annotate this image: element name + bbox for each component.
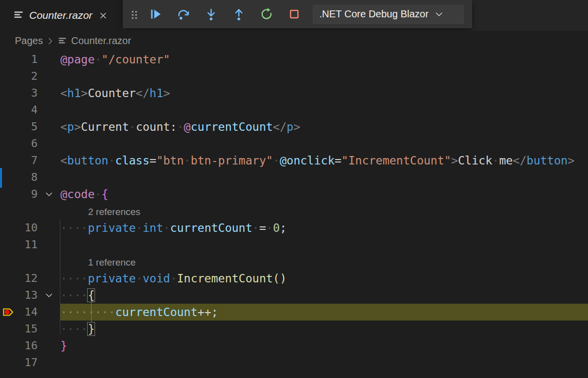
line-number: 3 (22, 85, 38, 102)
code-line-6: 6 (0, 135, 588, 152)
glyph-margin[interactable] (0, 219, 22, 236)
fold-chevron-icon[interactable] (38, 287, 60, 304)
line-number: 2 (22, 68, 38, 85)
fold-column (38, 102, 60, 118)
glyph-margin (0, 203, 22, 219)
line-number: 11 (22, 236, 38, 253)
code-text[interactable]: ····{ (60, 287, 588, 304)
code-line-12: 12····private·void·IncrementCount() (0, 270, 588, 287)
restart-icon (259, 7, 274, 21)
step-over-button[interactable] (172, 3, 195, 26)
line-number: 4 (22, 102, 38, 118)
debug-toolbar: .NET Core Debug Blazor (123, 0, 472, 28)
line-number: 5 (22, 118, 38, 135)
step-out-icon (232, 7, 246, 21)
code-line-9: 9@code·{ (0, 186, 588, 203)
code-line-13: 13····{ (0, 287, 588, 304)
code-text[interactable]: @page·"/counter" (60, 51, 588, 68)
code-text[interactable]: <button·class="btn·btn-primary"·@onclick… (60, 152, 588, 169)
breakpoint-stopped-icon[interactable] (0, 304, 22, 321)
stop-button[interactable] (283, 3, 305, 26)
codelens-label[interactable]: 2 references (60, 203, 588, 219)
code-text[interactable]: <h1>Counter</h1> (60, 85, 588, 102)
line-number: 7 (22, 152, 38, 169)
code-line-14: 14········currentCount++; (0, 304, 588, 321)
breadcrumb-folder[interactable]: Pages (15, 35, 43, 47)
tab-counter-razor[interactable]: Counter.razor (0, 0, 123, 31)
code-text[interactable] (60, 102, 588, 118)
glyph-margin[interactable] (0, 68, 22, 85)
code-text[interactable] (60, 135, 588, 152)
code-text[interactable] (60, 68, 588, 85)
code-text[interactable] (60, 169, 588, 186)
code-line-5: 5<p>Current·count:·@currentCount</p> (0, 118, 588, 135)
fold-column (38, 169, 60, 186)
chevron-down-icon (434, 9, 444, 20)
fold-column (38, 118, 60, 135)
breadcrumb: Pages Counter.razor (0, 31, 588, 51)
step-out-button[interactable] (227, 3, 250, 26)
code-text[interactable]: ····private·void·IncrementCount() (60, 270, 588, 287)
continue-button[interactable] (144, 3, 167, 26)
code-line-17: 17 (0, 354, 588, 371)
glyph-margin[interactable] (0, 51, 22, 68)
restart-button[interactable] (255, 3, 278, 26)
drag-handle-gripper-icon[interactable] (127, 3, 142, 26)
code-text[interactable]: ········currentCount++; (60, 304, 588, 321)
code-text[interactable]: <p>Current·count:·@currentCount</p> (60, 118, 588, 135)
close-icon[interactable] (98, 11, 108, 20)
code-line-8: 8 (0, 169, 588, 186)
glyph-margin[interactable] (0, 354, 22, 371)
fold-column (38, 270, 60, 287)
glyph-margin[interactable] (0, 270, 22, 287)
glyph-margin[interactable] (0, 169, 22, 186)
codelens-label[interactable]: 1 reference (60, 253, 588, 270)
glyph-margin[interactable] (0, 152, 22, 169)
fold-column (38, 51, 60, 68)
step-into-button[interactable] (199, 3, 222, 26)
code-line-2: 2 (0, 68, 588, 85)
code-line-3: 3<h1>Counter</h1> (0, 85, 588, 102)
glyph-margin[interactable] (0, 321, 22, 337)
glyph-margin[interactable] (0, 186, 22, 203)
glyph-margin[interactable] (0, 102, 22, 118)
fold-chevron-icon[interactable] (38, 186, 60, 203)
breadcrumb-file[interactable]: Counter.razor (71, 35, 131, 47)
line-number: 17 (22, 354, 38, 371)
fold-column (38, 236, 60, 253)
fold-column (38, 304, 60, 321)
code-text[interactable]: @code·{ (60, 186, 588, 203)
glyph-margin (0, 253, 22, 270)
code-text[interactable]: } (60, 337, 588, 354)
code-rows: 1@page·"/counter"23<h1>Counter</h1>45<p>… (0, 51, 588, 371)
fold-column (38, 203, 60, 219)
glyph-margin[interactable] (0, 135, 22, 152)
fold-column (38, 135, 60, 152)
code-line-4: 4 (0, 102, 588, 118)
line-number (22, 203, 38, 219)
code-editor[interactable]: 1@page·"/counter"23<h1>Counter</h1>45<p>… (0, 51, 588, 378)
fold-column (38, 68, 60, 85)
step-into-icon (204, 7, 218, 21)
vscode-window: Counter.razor (0, 0, 588, 378)
stop-icon (287, 7, 301, 21)
fold-column (38, 337, 60, 354)
code-text[interactable]: ····private·int·currentCount·=·0; (60, 219, 588, 236)
line-number: 9 (22, 186, 38, 203)
chevron-right-icon (46, 37, 55, 46)
glyph-margin[interactable] (0, 85, 22, 102)
code-line-7: 7<button·class="btn·btn-primary"·@onclic… (0, 152, 588, 169)
glyph-margin[interactable] (0, 118, 22, 135)
debug-profile-dropdown[interactable]: .NET Core Debug Blazor (313, 5, 464, 24)
razor-file-icon (13, 10, 24, 21)
glyph-margin[interactable] (0, 337, 22, 354)
debug-profile-value: .NET Core Debug Blazor (319, 8, 429, 20)
fold-column (38, 85, 60, 102)
glyph-margin[interactable] (0, 236, 22, 253)
glyph-margin[interactable] (0, 287, 22, 304)
code-text[interactable] (60, 236, 588, 253)
line-number: 10 (22, 219, 38, 236)
code-text[interactable] (60, 354, 588, 371)
line-number: 14 (22, 304, 38, 321)
code-text[interactable]: ····} (60, 321, 588, 337)
